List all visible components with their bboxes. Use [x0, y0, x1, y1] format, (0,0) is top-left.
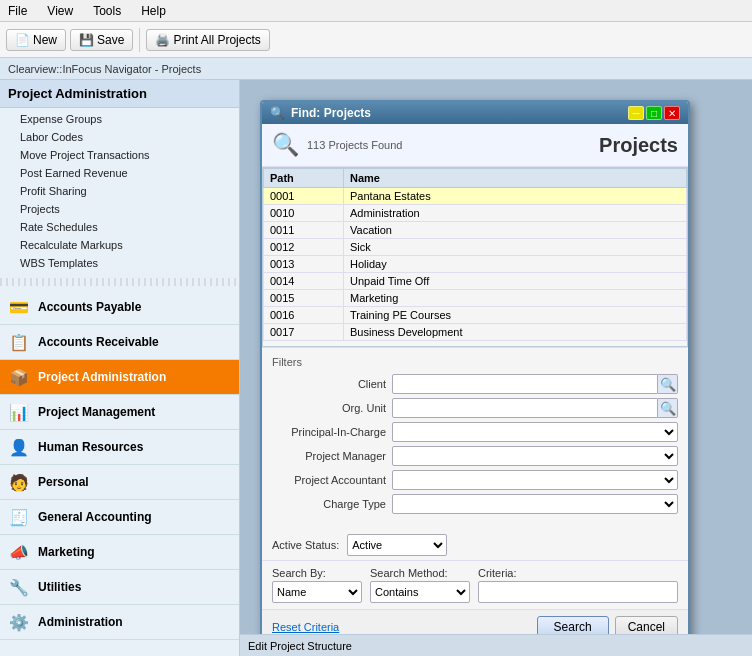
row-path: 0010 — [264, 205, 344, 222]
sidebar-item-project-management[interactable]: 📊 Project Management — [0, 395, 239, 430]
principal-label: Principal-In-Charge — [272, 426, 392, 438]
dialog-search-icon: 🔍 — [270, 106, 285, 120]
dialog-header-left: 🔍 113 Projects Found — [272, 132, 402, 158]
sidebar-item-human-resources[interactable]: 👤 Human Resources — [0, 430, 239, 465]
sidebar-item-general-accounting[interactable]: 🧾 General Accounting — [0, 500, 239, 535]
sidebar-sub-profit-sharing[interactable]: Profit Sharing — [0, 182, 239, 200]
search-by-select[interactable]: Name Path Code — [272, 581, 362, 603]
filters-title: Filters — [272, 356, 678, 368]
sidebar-item-administration[interactable]: ⚙️ Administration — [0, 605, 239, 640]
search-method-label: Search Method: — [370, 567, 470, 579]
print-icon: 🖨️ — [155, 33, 170, 47]
row-path: 0013 — [264, 256, 344, 273]
dialog-titlebar: 🔍 Find: Projects ─ □ ✕ — [262, 102, 688, 124]
human-resources-icon: 👤 — [8, 436, 30, 458]
client-label: Client — [272, 378, 392, 390]
header-magnifier-icon: 🔍 — [272, 132, 299, 158]
search-method-select[interactable]: Contains Starts With Equals — [370, 581, 470, 603]
sidebar-item-project-administration[interactable]: 📦 Project Administration — [0, 360, 239, 395]
utilities-icon: 🔧 — [8, 576, 30, 598]
personal-icon: 🧑 — [8, 471, 30, 493]
table-row[interactable]: 0012Sick — [264, 239, 687, 256]
project-accountant-select[interactable] — [392, 470, 678, 490]
reset-criteria-link[interactable]: Reset Criteria — [272, 621, 339, 633]
print-button[interactable]: 🖨️ Print All Projects — [146, 29, 269, 51]
active-status-label: Active Status: — [272, 539, 339, 551]
accounts-receivable-icon: 📋 — [8, 331, 30, 353]
charge-type-filter-row: Charge Type — [272, 494, 678, 514]
row-name: Pantana Estates — [344, 188, 687, 205]
sidebar-item-utilities[interactable]: 🔧 Utilities — [0, 570, 239, 605]
sidebar-sub-recalculate-markups[interactable]: Recalculate Markups — [0, 236, 239, 254]
principal-filter-row: Principal-In-Charge — [272, 422, 678, 442]
row-path: 0001 — [264, 188, 344, 205]
marketing-icon: 📣 — [8, 541, 30, 563]
row-name: Holiday — [344, 256, 687, 273]
sidebar-submenu: Expense Groups Labor Codes Move Project … — [0, 108, 239, 274]
search-row: Search By: Name Path Code Search Method:… — [262, 560, 688, 609]
row-path: 0014 — [264, 273, 344, 290]
table-row[interactable]: 0001Pantana Estates — [264, 188, 687, 205]
charge-type-select[interactable] — [392, 494, 678, 514]
table-row[interactable]: 0015Marketing — [264, 290, 687, 307]
results-table: Path Name 0001Pantana Estates0010Adminis… — [263, 168, 687, 341]
col-name: Name — [344, 169, 687, 188]
row-path: 0012 — [264, 239, 344, 256]
menu-help[interactable]: Help — [137, 2, 170, 20]
sidebar-sub-move-transactions[interactable]: Move Project Transactions — [0, 146, 239, 164]
search-by-label: Search By: — [272, 567, 362, 579]
project-administration-icon: 📦 — [8, 366, 30, 388]
sidebar-item-personal[interactable]: 🧑 Personal — [0, 465, 239, 500]
project-accountant-filter-row: Project Accountant — [272, 470, 678, 490]
principal-select[interactable] — [392, 422, 678, 442]
table-row[interactable]: 0010Administration — [264, 205, 687, 222]
maximize-button[interactable]: □ — [646, 106, 662, 120]
table-row[interactable]: 0017Business Development — [264, 324, 687, 341]
sidebar-sub-rate-schedules[interactable]: Rate Schedules — [0, 218, 239, 236]
menu-tools[interactable]: Tools — [89, 2, 125, 20]
row-path: 0016 — [264, 307, 344, 324]
active-status-select[interactable]: Active Inactive All — [347, 534, 447, 556]
table-row[interactable]: 0016Training PE Courses — [264, 307, 687, 324]
org-unit-search-btn[interactable]: 🔍 — [658, 398, 678, 418]
sidebar-sub-projects[interactable]: Projects — [0, 200, 239, 218]
org-unit-input[interactable] — [392, 398, 658, 418]
sidebar-item-accounts-payable[interactable]: 💳 Accounts Payable — [0, 290, 239, 325]
table-row[interactable]: 0011Vacation — [264, 222, 687, 239]
client-filter-row: Client 🔍 — [272, 374, 678, 394]
minimize-button[interactable]: ─ — [628, 106, 644, 120]
table-row[interactable]: 0013Holiday — [264, 256, 687, 273]
project-manager-select[interactable] — [392, 446, 678, 466]
project-manager-label: Project Manager — [272, 450, 392, 462]
row-path: 0011 — [264, 222, 344, 239]
menu-view[interactable]: View — [43, 2, 77, 20]
row-name: Business Development — [344, 324, 687, 341]
row-name: Sick — [344, 239, 687, 256]
criteria-group: Criteria: — [478, 567, 678, 603]
administration-icon: ⚙️ — [8, 611, 30, 633]
project-accountant-label: Project Accountant — [272, 474, 392, 486]
found-count: 113 Projects Found — [307, 139, 402, 151]
close-button[interactable]: ✕ — [664, 106, 680, 120]
new-button[interactable]: 📄 New — [6, 29, 66, 51]
menu-file[interactable]: File — [4, 2, 31, 20]
save-button[interactable]: 💾 Save — [70, 29, 133, 51]
org-unit-search-icon: 🔍 — [660, 401, 676, 416]
sidebar-divider — [0, 278, 239, 286]
sidebar-sub-labor-codes[interactable]: Labor Codes — [0, 128, 239, 146]
sidebar-sub-post-earned-revenue[interactable]: Post Earned Revenue — [0, 164, 239, 182]
client-input[interactable] — [392, 374, 658, 394]
table-row[interactable]: 0014Unpaid Time Off — [264, 273, 687, 290]
save-icon: 💾 — [79, 33, 94, 47]
active-status-row: Active Status: Active Inactive All — [272, 534, 678, 556]
client-search-btn[interactable]: 🔍 — [658, 374, 678, 394]
sidebar-sub-expense-groups[interactable]: Expense Groups — [0, 110, 239, 128]
toolbar: 📄 New 💾 Save 🖨️ Print All Projects — [0, 22, 752, 58]
sidebar-sub-wbs-templates[interactable]: WBS Templates — [0, 254, 239, 272]
criteria-input[interactable] — [478, 581, 678, 603]
sidebar-item-marketing[interactable]: 📣 Marketing — [0, 535, 239, 570]
results-table-container[interactable]: Path Name 0001Pantana Estates0010Adminis… — [262, 167, 688, 347]
project-management-icon: 📊 — [8, 401, 30, 423]
dialog-title-text: Find: Projects — [291, 106, 371, 120]
sidebar-item-accounts-receivable[interactable]: 📋 Accounts Receivable — [0, 325, 239, 360]
